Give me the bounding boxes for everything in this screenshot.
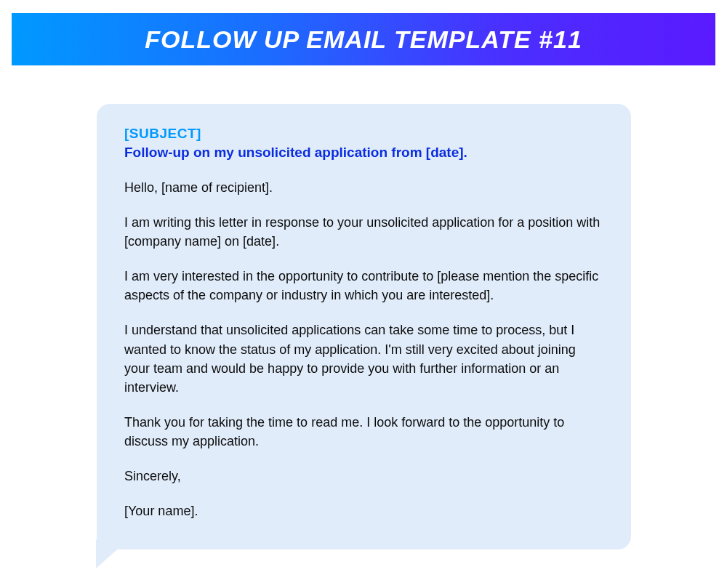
signoff: Sincerely, [124,467,603,486]
subject-line: Follow-up on my unsolicited application … [124,145,603,161]
greeting: Hello, [name of recipient]. [124,178,603,197]
speech-bubble-tail [96,539,129,568]
header-banner: FOLLOW UP EMAIL TEMPLATE #11 [12,13,715,65]
paragraph-2: I am very interested in the opportunity … [124,267,603,305]
paragraph-3: I understand that unsolicited applicatio… [124,321,603,396]
subject-label: [SUBJECT] [124,126,603,142]
signature: [Your name]. [124,502,603,520]
email-template-card: [SUBJECT] Follow-up on my unsolicited ap… [97,104,631,549]
paragraph-4: Thank you for taking the time to read me… [124,413,603,451]
email-body: Hello, [name of recipient]. I am writing… [124,178,603,520]
header-title: FOLLOW UP EMAIL TEMPLATE #11 [145,25,582,54]
paragraph-1: I am writing this letter in response to … [124,213,603,251]
